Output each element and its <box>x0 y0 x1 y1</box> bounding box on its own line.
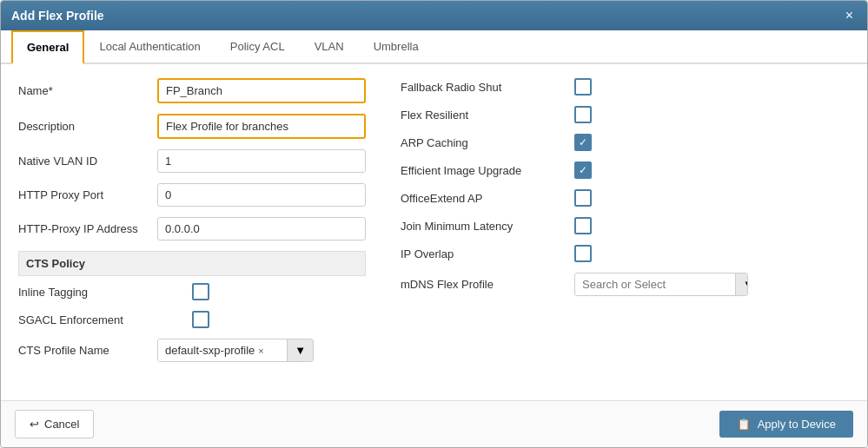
fallback-radio-label: Fallback Radio Shut <box>401 81 574 94</box>
cts-profile-label: CTS Profile Name <box>18 344 157 357</box>
mdns-flex-label: mDNS Flex Profile <box>401 278 574 291</box>
office-extend-label: OfficeExtend AP <box>401 192 574 205</box>
modal-container: Add Flex Profile × General Local Authent… <box>0 0 868 448</box>
name-row: Name* <box>18 78 366 103</box>
right-column: Fallback Radio Shut Flex Resilient ARP C… <box>401 78 850 386</box>
native-vlan-label: Native VLAN ID <box>18 155 157 168</box>
ip-overlap-checkbox[interactable] <box>574 245 592 262</box>
ip-overlap-label: IP Overlap <box>401 247 574 260</box>
cts-profile-select-wrapper: default-sxp-profile × ▼ <box>157 339 314 362</box>
mdns-dropdown-button[interactable]: ▼ <box>735 273 748 295</box>
name-input[interactable] <box>157 78 366 103</box>
efficient-image-row: Efficient Image Upgrade <box>401 161 850 179</box>
apply-icon: 📋 <box>737 418 751 431</box>
tab-general[interactable]: General <box>11 30 84 64</box>
description-row: Description <box>18 114 366 139</box>
inline-tagging-row: Inline Tagging <box>18 283 366 300</box>
http-proxy-ip-input[interactable] <box>157 217 366 240</box>
fallback-radio-checkbox[interactable] <box>574 78 592 96</box>
form-area: Name* Description Native VLAN ID HTTP Pr… <box>1 64 867 400</box>
apply-to-device-button[interactable]: 📋 Apply to Device <box>719 411 853 438</box>
http-proxy-port-input[interactable] <box>157 183 366 207</box>
tab-local-authentication[interactable]: Local Authentication <box>84 30 215 64</box>
native-vlan-row: Native VLAN ID <box>18 149 366 173</box>
cancel-icon: ↩ <box>30 418 39 431</box>
join-min-latency-checkbox[interactable] <box>574 217 592 234</box>
cts-profile-clear-button[interactable]: × <box>258 346 263 356</box>
flex-resilient-checkbox[interactable] <box>574 106 592 123</box>
flex-resilient-row: Flex Resilient <box>401 106 850 123</box>
fallback-radio-row: Fallback Radio Shut <box>401 78 850 96</box>
http-proxy-port-label: HTTP Proxy Port <box>18 188 157 201</box>
tab-vlan[interactable]: VLAN <box>300 30 359 64</box>
mdns-select-wrapper: ▼ <box>574 273 748 296</box>
cts-section-header: CTS Policy <box>18 251 366 276</box>
modal-footer: ↩ Cancel 📋 Apply to Device <box>1 400 867 447</box>
ip-overlap-row: IP Overlap <box>401 245 850 262</box>
cts-profile-dropdown-button[interactable]: ▼ <box>287 339 313 361</box>
office-extend-checkbox[interactable] <box>574 189 592 207</box>
efficient-image-checkbox[interactable] <box>574 161 592 179</box>
modal-close-button[interactable]: × <box>842 8 857 23</box>
http-proxy-ip-row: HTTP-Proxy IP Address <box>18 217 366 240</box>
left-column: Name* Description Native VLAN ID HTTP Pr… <box>18 78 366 386</box>
tab-umbrella[interactable]: Umbrella <box>359 30 434 64</box>
inline-tagging-checkbox[interactable] <box>192 283 209 300</box>
native-vlan-input[interactable] <box>157 149 366 173</box>
mdns-flex-row: mDNS Flex Profile ▼ <box>401 273 850 296</box>
name-label: Name* <box>18 84 157 97</box>
cancel-label: Cancel <box>44 418 79 431</box>
office-extend-row: OfficeExtend AP <box>401 189 850 207</box>
join-min-latency-label: Join Minimum Latency <box>401 220 574 233</box>
http-proxy-port-row: HTTP Proxy Port <box>18 183 366 207</box>
modal-title: Add Flex Profile <box>11 9 104 23</box>
tab-policy-acl[interactable]: Policy ACL <box>215 30 300 64</box>
flex-resilient-label: Flex Resilient <box>401 109 574 122</box>
efficient-image-label: Efficient Image Upgrade <box>401 164 574 177</box>
description-input[interactable] <box>157 114 366 139</box>
description-label: Description <box>18 120 157 133</box>
sgacl-checkbox[interactable] <box>192 311 209 328</box>
modal-header: Add Flex Profile × <box>1 1 867 30</box>
arp-caching-label: ARP Caching <box>401 136 574 149</box>
join-min-latency-row: Join Minimum Latency <box>401 217 850 234</box>
mdns-search-input[interactable] <box>575 273 735 295</box>
sgacl-row: SGACL Enforcement <box>18 311 366 328</box>
apply-label: Apply to Device <box>758 418 836 431</box>
dropdown-arrow-icon: ▼ <box>295 344 306 357</box>
modal-body: Name* Description Native VLAN ID HTTP Pr… <box>1 64 867 400</box>
http-proxy-ip-label: HTTP-Proxy IP Address <box>18 222 157 235</box>
cts-profile-value[interactable]: default-sxp-profile × <box>158 339 287 361</box>
sgacl-label: SGACL Enforcement <box>18 313 192 326</box>
arp-caching-checkbox[interactable] <box>574 134 592 151</box>
arp-caching-row: ARP Caching <box>401 134 850 151</box>
mdns-dropdown-arrow-icon: ▼ <box>743 278 748 291</box>
tab-bar: General Local Authentication Policy ACL … <box>1 30 867 64</box>
cts-profile-row: CTS Profile Name default-sxp-profile × ▼ <box>18 339 366 362</box>
inline-tagging-label: Inline Tagging <box>18 286 192 299</box>
cancel-button[interactable]: ↩ Cancel <box>15 410 94 438</box>
